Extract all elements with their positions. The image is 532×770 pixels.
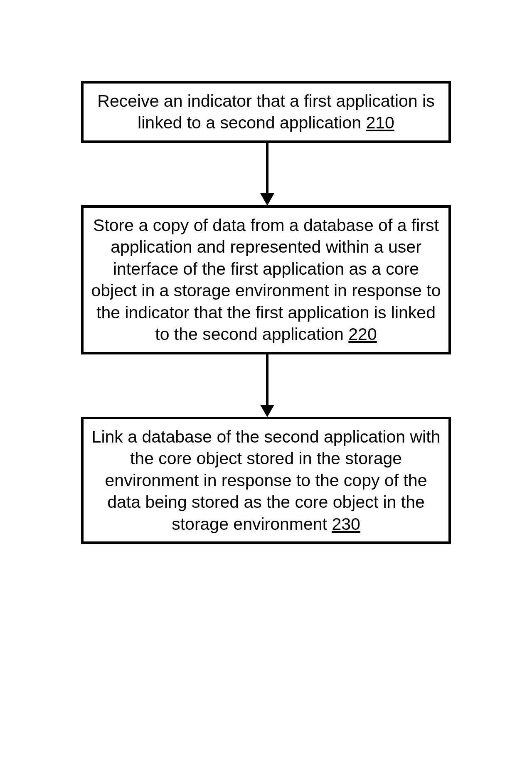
step-text: Link a database of the second applicatio… <box>92 427 441 534</box>
step-reference-number: 230 <box>332 514 360 534</box>
arrow-head-icon <box>260 405 274 417</box>
process-step-230: Link a database of the second applicatio… <box>81 417 451 544</box>
arrow-head-icon <box>260 193 274 206</box>
step-reference-number: 220 <box>348 325 377 344</box>
process-step-210: Receive an indicator that a first applic… <box>81 81 451 143</box>
process-step-220: Store a copy of data from a database of … <box>81 205 451 354</box>
flowchart-container: Receive an indicator that a first applic… <box>81 81 451 544</box>
arrow-shaft-icon <box>266 143 268 197</box>
arrow-shaft-icon <box>266 354 268 408</box>
arrow-1 <box>83 143 451 205</box>
step-text: Store a copy of data from a database of … <box>91 216 441 344</box>
step-reference-number: 210 <box>366 113 394 132</box>
arrow-2 <box>83 354 451 417</box>
